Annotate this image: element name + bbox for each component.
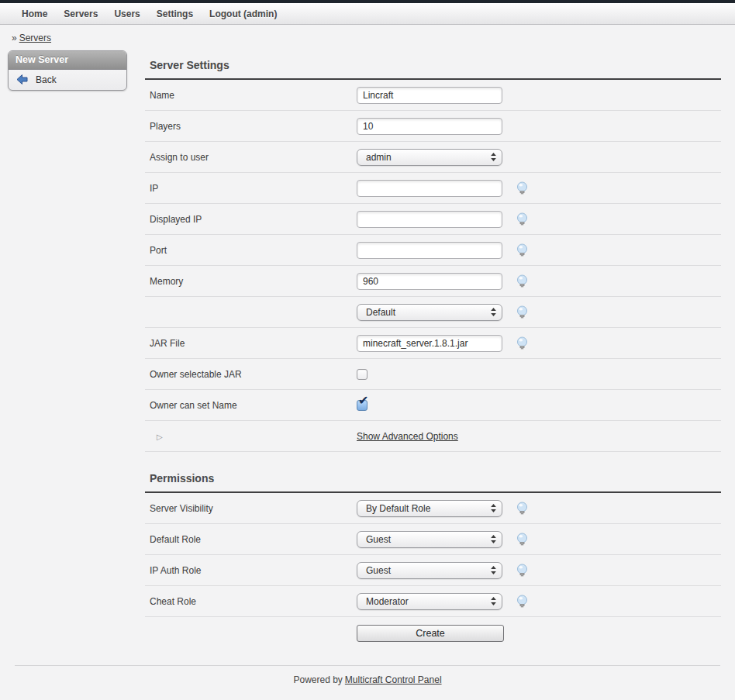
section-heading-permissions: Permissions: [145, 452, 721, 493]
sidebar-panel: New Server Back: [8, 50, 127, 91]
form-row-name: Name: [145, 80, 721, 111]
name-input[interactable]: [357, 87, 502, 104]
select-stepper-icon: [490, 596, 497, 606]
form-row-server-visibility: Server Visibility By Default Role: [145, 493, 721, 524]
form-row-jar-file: JAR File: [145, 328, 721, 359]
ip-label: IP: [150, 183, 357, 194]
select-stepper-icon: [490, 503, 497, 513]
default-role-label: Default Role: [150, 534, 357, 545]
select-stepper-icon: [490, 307, 497, 317]
server-visibility-label: Server Visibility: [150, 503, 357, 514]
form-row-assign-to-user: Assign to user admin: [145, 142, 721, 173]
default-role-selected-value: Guest: [366, 534, 391, 545]
help-bulb-icon[interactable]: [516, 212, 529, 226]
form-row-advanced-options: ▷ Show Advanced Options: [145, 421, 721, 452]
page-footer: Powered byMulticraft Control Panel: [15, 665, 720, 685]
help-bulb-icon[interactable]: [516, 243, 529, 257]
nav-item-home[interactable]: Home: [22, 9, 47, 19]
form-row-ip-auth-role: IP Auth Role Guest: [145, 555, 721, 586]
jar-file-label: JAR File: [150, 338, 357, 349]
memory-input[interactable]: [357, 273, 502, 290]
nav-item-servers[interactable]: Servers: [64, 9, 98, 19]
displayed-ip-input[interactable]: [357, 211, 502, 228]
displayed-ip-label: Displayed IP: [150, 214, 357, 225]
select-stepper-icon: [490, 534, 497, 544]
checkmark-icon: ✔: [358, 395, 368, 407]
cheat-role-label: Cheat Role: [150, 596, 357, 607]
section-heading-server-settings: Server Settings: [145, 54, 721, 80]
nav-item-users[interactable]: Users: [114, 9, 140, 19]
port-label: Port: [150, 245, 357, 256]
memory-preset-select[interactable]: Default: [357, 304, 502, 321]
help-bulb-icon[interactable]: [516, 564, 529, 578]
form-row-cheat-role: Cheat Role Moderator: [145, 586, 721, 617]
help-bulb-icon[interactable]: [516, 336, 529, 350]
main-navbar: Home Servers Users Settings Logout (admi…: [0, 3, 735, 25]
select-stepper-icon: [490, 152, 497, 162]
help-bulb-icon[interactable]: [516, 274, 529, 288]
assign-to-user-label: Assign to user: [150, 152, 357, 163]
nav-item-settings[interactable]: Settings: [157, 9, 193, 19]
cheat-role-select[interactable]: Moderator: [357, 593, 502, 610]
server-form: Server Settings Name Players Assign to u…: [145, 54, 721, 650]
help-bulb-icon[interactable]: [516, 181, 529, 195]
server-visibility-selected-value: By Default Role: [366, 503, 430, 514]
breadcrumb: »Servers: [0, 25, 735, 43]
disclosure-triangle-icon[interactable]: ▷: [157, 433, 163, 441]
show-advanced-options-link[interactable]: Show Advanced Options: [357, 431, 458, 442]
port-input[interactable]: [357, 242, 502, 259]
sidebar-title: New Server: [9, 51, 126, 70]
server-visibility-select[interactable]: By Default Role: [357, 500, 502, 517]
advanced-options-disclosure: ▷: [150, 431, 357, 442]
nav-item-logout[interactable]: Logout (admin): [209, 9, 277, 19]
form-row-owner-selectable-jar: Owner selectable JAR: [145, 359, 721, 390]
form-row-players: Players: [145, 111, 721, 142]
breadcrumb-marker: »: [12, 33, 17, 43]
back-button-label: Back: [36, 74, 57, 85]
ip-auth-role-select[interactable]: Guest: [357, 562, 502, 579]
help-bulb-icon[interactable]: [516, 595, 529, 609]
form-row-memory-preset: Default: [145, 297, 721, 328]
ip-auth-role-selected-value: Guest: [366, 565, 391, 576]
footer-link-multicraft[interactable]: Multicraft Control Panel: [345, 674, 442, 685]
default-role-select[interactable]: Guest: [357, 531, 502, 548]
jar-file-input[interactable]: [357, 335, 502, 352]
players-input[interactable]: [357, 118, 502, 135]
cheat-role-selected-value: Moderator: [366, 596, 409, 607]
assign-to-user-select[interactable]: admin: [357, 149, 502, 166]
owner-can-set-name-checkbox[interactable]: ✔: [357, 400, 368, 411]
ip-input[interactable]: [357, 180, 502, 197]
form-row-create: Create: [145, 617, 721, 650]
back-arrow-icon: [16, 74, 29, 85]
assign-to-user-selected-value: admin: [366, 152, 392, 163]
owner-can-set-name-label: Owner can set Name: [150, 400, 357, 411]
form-row-port: Port: [145, 235, 721, 266]
players-label: Players: [150, 121, 357, 132]
form-row-ip: IP: [145, 173, 721, 204]
form-row-owner-can-set-name: Owner can set Name ✔: [145, 390, 721, 421]
owner-selectable-jar-checkbox[interactable]: [357, 369, 368, 380]
breadcrumb-link-servers[interactable]: Servers: [19, 33, 51, 43]
footer-text: Powered by: [293, 674, 342, 685]
memory-label: Memory: [150, 276, 357, 287]
help-bulb-icon[interactable]: [516, 502, 529, 516]
select-stepper-icon: [490, 565, 497, 575]
ip-auth-role-label: IP Auth Role: [150, 565, 357, 576]
form-row-memory: Memory: [145, 266, 721, 297]
form-row-displayed-ip: Displayed IP: [145, 204, 721, 235]
name-label: Name: [150, 90, 357, 101]
create-button[interactable]: Create: [357, 625, 504, 642]
owner-selectable-jar-label: Owner selectable JAR: [150, 369, 357, 380]
memory-preset-selected-value: Default: [366, 307, 395, 318]
back-button[interactable]: Back: [9, 70, 126, 90]
help-bulb-icon[interactable]: [516, 533, 529, 547]
form-row-default-role: Default Role Guest: [145, 524, 721, 555]
help-bulb-icon[interactable]: [516, 305, 529, 319]
